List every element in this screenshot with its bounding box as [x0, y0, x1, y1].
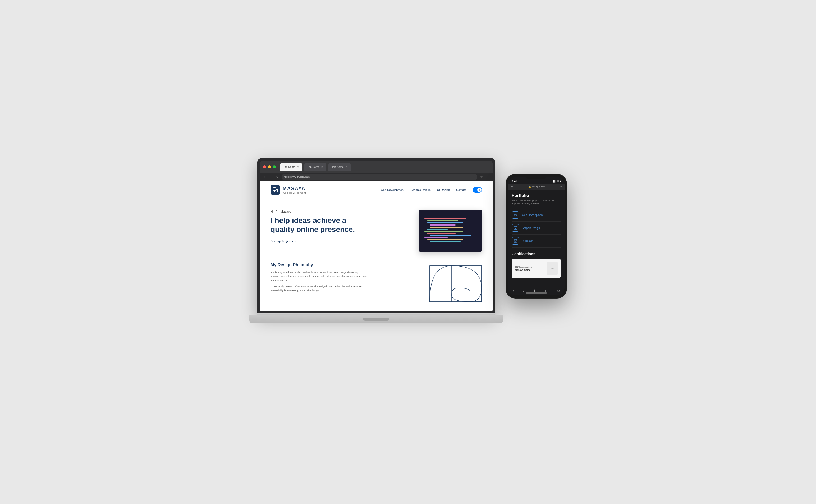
browser-tab-3[interactable]: Tab Name ✕ [328, 163, 351, 171]
site-logo: MASAYA Web Development [271, 185, 306, 195]
laptop-base [249, 315, 503, 323]
forward-button[interactable]: › [269, 175, 273, 179]
philosophy-section: My Design Philosphy In this busy world, … [260, 257, 493, 309]
phone-browser-chrome: AA 🔒 example.com ↻ [508, 184, 565, 190]
hero-section: Hi, I'm Masaya! I help ideas achieve a q… [260, 199, 493, 257]
portfolio-item-graphic-design[interactable]: Graphic Design [512, 222, 561, 235]
close-button[interactable] [263, 165, 266, 168]
laptop-body: Tab Name ✕ Tab Name ✕ Tab Name ✕ ‹ › ↻ h [257, 158, 495, 314]
phone-status-icons: ▌▌▌ ⌊⌉ ▮ [552, 180, 561, 182]
browser-tab-1[interactable]: Tab Name ✕ [280, 163, 302, 171]
tab-label: Tab Name [308, 166, 320, 168]
phone-notch [526, 174, 547, 179]
menu-icon[interactable]: ⋯ [486, 175, 490, 179]
svg-rect-2 [430, 266, 452, 302]
toggle-knob: ☀ [477, 188, 482, 192]
cert-person-name: Masaya Shida [515, 269, 532, 271]
maximize-button[interactable] [273, 165, 276, 168]
philosophy-paragraph1: In this busy world, we tend to overlook … [271, 271, 368, 282]
portfolio-item-ui-design[interactable]: UI Design [512, 235, 561, 248]
phone-bottom-nav: ‹ › ⬆ ⊟ ⧉ [508, 286, 565, 295]
nav-links: Web Development Graphic Design UI Design… [381, 187, 482, 193]
laptop-notch [363, 318, 389, 321]
phone-home-indicator [526, 292, 547, 294]
phone-time: 9:41 [512, 180, 517, 183]
logo-subtitle: Web Development [283, 191, 306, 194]
graphic-design-label: Graphic Design [522, 227, 540, 230]
ui-design-label: UI Design [522, 240, 533, 242]
scene: Tab Name ✕ Tab Name ✕ Tab Name ✕ ‹ › ↻ h [249, 153, 567, 351]
svg-rect-3 [452, 266, 482, 288]
site-navigation: MASAYA Web Development Web Development G… [260, 181, 493, 199]
address-bar-row: ‹ › ↻ https://www.url.com/path/ ☆ ⋯ [260, 173, 493, 181]
battery-icon: ▮ [560, 180, 561, 182]
web-dev-icon: </> [512, 211, 519, 219]
back-button[interactable]: ‹ [263, 175, 267, 179]
nav-link-web-dev[interactable]: Web Development [381, 188, 404, 191]
web-dev-label: Web Development [522, 214, 543, 217]
portfolio-item-web-dev[interactable]: </> Web Development [512, 209, 561, 222]
phone-forward-icon[interactable]: › [523, 289, 524, 293]
tab-close-icon[interactable]: ✕ [321, 166, 323, 168]
phone-portfolio-title: Portfolio [512, 193, 561, 198]
nav-link-graphic-design[interactable]: Graphic Design [411, 188, 431, 191]
traffic-lights [263, 165, 276, 168]
phone-portfolio-section: Portfolio Some of my previous projects t… [512, 193, 561, 248]
hero-text: Hi, I'm Masaya! I help ideas achieve a q… [271, 210, 371, 243]
address-input[interactable]: https://www.url.com/path/ [282, 174, 477, 180]
cert-image-placeholder: IMG [547, 262, 558, 275]
phone-aa-button[interactable]: AA [511, 186, 514, 188]
logo-text: MASAYA Web Development [283, 186, 306, 194]
tab-close-icon[interactable]: ✕ [345, 166, 347, 168]
phone-content: Portfolio Some of my previous projects t… [508, 190, 565, 288]
phone-tabs-icon[interactable]: ⧉ [557, 288, 560, 293]
tab-label: Tab Name [283, 166, 295, 168]
nav-link-ui-design[interactable]: UI Design [437, 188, 450, 191]
phone-url-bar[interactable]: example.com [532, 186, 545, 188]
phone-device: 9:41 ▌▌▌ ⌊⌉ ▮ AA 🔒 example.com ↻ [506, 174, 567, 298]
cert-info: CRM organization Masaya Shida [515, 266, 532, 271]
wifi-icon: ⌊⌉ [557, 180, 559, 182]
browser-content: MASAYA Web Development Web Development G… [260, 181, 493, 311]
graphic-design-icon [512, 224, 519, 232]
phone-certifications-section: Certifications CRM organization Masaya S… [512, 252, 561, 278]
minimize-button[interactable] [268, 165, 271, 168]
bookmark-icon[interactable]: ☆ [479, 175, 484, 179]
phone-screen: 9:41 ▌▌▌ ⌊⌉ ▮ AA 🔒 example.com ↻ [508, 177, 565, 295]
tab-close-icon[interactable]: ✕ [297, 166, 299, 168]
svg-rect-7 [514, 226, 517, 230]
laptop-mockup-image [419, 210, 482, 252]
phone-portfolio-subtitle: Some of my previous projects to illustra… [512, 199, 561, 205]
theme-toggle[interactable]: ☀ [473, 187, 482, 193]
logo-name: MASAYA [283, 186, 306, 191]
svg-rect-0 [273, 188, 276, 190]
hero-greeting: Hi, I'm Masaya! [271, 210, 371, 213]
see-projects-link[interactable]: See my Projects → [271, 240, 297, 243]
phone-reload-button[interactable]: ↻ [560, 185, 562, 188]
golden-spiral-image [429, 265, 482, 303]
svg-rect-9 [514, 240, 516, 241]
phone-cert-title: Certifications [512, 252, 561, 256]
nav-link-contact[interactable]: Contact [456, 188, 466, 191]
cert-card[interactable]: CRM organization Masaya Shida IMG [512, 259, 561, 278]
philosophy-paragraph2: I consciously make an effort to make web… [271, 285, 368, 292]
logo-icon [271, 185, 280, 195]
svg-rect-4 [452, 288, 470, 302]
url-text: https://www.url.com/path/ [284, 176, 310, 178]
tab-label: Tab Name [332, 166, 344, 168]
philosophy-title: My Design Philosphy [271, 263, 368, 267]
signal-icon: ▌▌▌ [552, 180, 556, 182]
hero-title: I help ideas achieve a quality online pr… [271, 216, 371, 234]
browser-chrome: Tab Name ✕ Tab Name ✕ Tab Name ✕ [260, 161, 493, 173]
code-editor-visual [422, 216, 479, 246]
browser-tab-2[interactable]: Tab Name ✕ [304, 163, 327, 171]
cert-issuer: CRM organization [515, 266, 532, 268]
ui-design-icon [512, 237, 519, 245]
svg-rect-5 [470, 288, 482, 302]
laptop-device: Tab Name ✕ Tab Name ✕ Tab Name ✕ ‹ › ↻ h [249, 153, 503, 338]
phone-back-icon[interactable]: ‹ [512, 289, 514, 293]
website: MASAYA Web Development Web Development G… [260, 181, 493, 311]
reload-button[interactable]: ↻ [275, 175, 279, 179]
